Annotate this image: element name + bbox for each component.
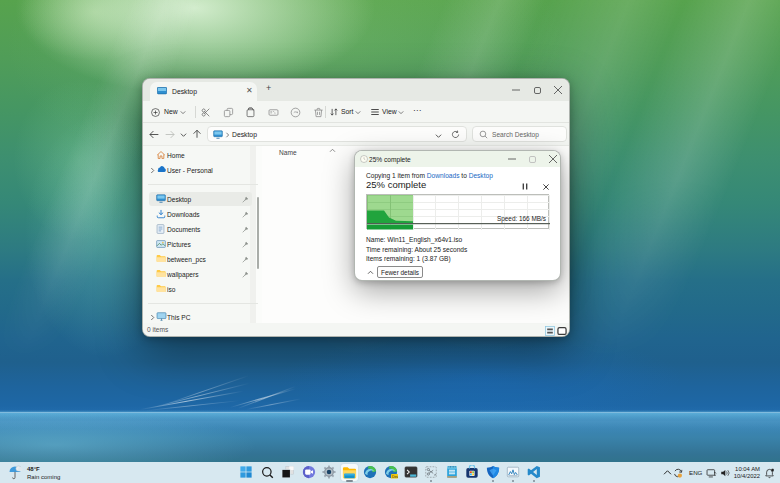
svg-text:Dev: Dev: [391, 475, 397, 479]
